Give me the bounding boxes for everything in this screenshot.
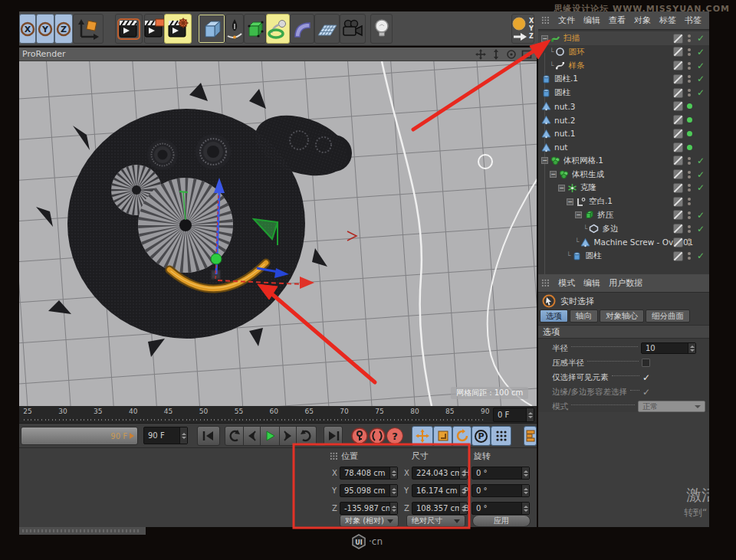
bend-deformer-button[interactable]	[290, 14, 314, 44]
enable-toggle[interactable]: ✓	[695, 169, 706, 180]
tree-item-nut.3[interactable]: nut.3	[538, 100, 709, 113]
pla-dots-button[interactable]	[491, 426, 511, 446]
expander-icon[interactable]: −	[550, 171, 557, 178]
viewport-maximize-icon[interactable]	[521, 49, 532, 60]
am-menu-编辑[interactable]: 编辑	[583, 277, 600, 289]
camera-object-button[interactable]	[340, 14, 366, 44]
z-axis-lock-button[interactable]: Z	[54, 14, 73, 44]
visibility-dots[interactable]	[686, 131, 692, 136]
cube-primitive-button[interactable]	[198, 14, 225, 44]
om-menu-文件[interactable]: 文件	[558, 15, 575, 26]
position-mode-dropdown[interactable]: 对象 (相对)	[340, 515, 399, 527]
visibility-dots[interactable]	[686, 48, 692, 56]
tree-item-体积网格.1[interactable]: −体积网格.1✓	[538, 154, 709, 168]
om-panel-grip[interactable]	[541, 16, 550, 25]
enable-toggle[interactable]: ✓	[695, 251, 706, 261]
om-menu-编辑[interactable]: 编辑	[583, 15, 600, 26]
visibility-dots[interactable]	[686, 184, 692, 192]
phong-tag-icon[interactable]	[673, 169, 683, 179]
enable-toggle[interactable]: ✓	[695, 182, 706, 193]
visibility-dots[interactable]	[686, 89, 692, 97]
lock-scale-button[interactable]	[433, 426, 452, 446]
goto-end-button[interactable]	[324, 426, 343, 446]
mode-dropdown[interactable]: 正常	[638, 401, 705, 412]
section-header-options[interactable]: 选项	[538, 325, 709, 339]
next-frame-button[interactable]	[280, 426, 297, 446]
prev-key-button[interactable]	[225, 426, 244, 446]
apply-button[interactable]: 应用	[472, 515, 531, 527]
om-menu-对象[interactable]: 对象	[634, 15, 651, 26]
enable-toggle[interactable]: ✓	[695, 210, 706, 221]
visibility-dots[interactable]	[686, 75, 692, 83]
phong-tag-icon[interactable]	[673, 142, 683, 152]
phong-tag-icon[interactable]	[673, 47, 683, 57]
render-settings-button[interactable]	[164, 14, 192, 44]
visibility-dots[interactable]	[686, 157, 692, 165]
end-frame-field[interactable]: 0 F	[493, 408, 534, 422]
enable-toggle[interactable]: ✓	[695, 47, 706, 57]
visibility-dots[interactable]	[686, 198, 692, 205]
tree-item-挤压[interactable]: −挤压✓	[538, 208, 709, 222]
tree-item-圆环[interactable]: └圆环✓	[538, 45, 709, 59]
expander-icon[interactable]: −	[541, 35, 548, 42]
phong-tag-icon[interactable]	[673, 74, 683, 84]
om-menu-书签[interactable]: 书签	[685, 15, 702, 26]
timeline-power-slider[interactable]: 90 F	[21, 427, 138, 445]
tree-item-nut[interactable]: nut	[538, 140, 709, 154]
field-stepper[interactable]	[521, 467, 529, 479]
visibility-dots[interactable]	[686, 171, 692, 178]
om-menu-标签[interactable]: 标签	[659, 15, 676, 26]
am-menu-模式[interactable]: 模式	[558, 277, 575, 289]
pen-spline-button[interactable]	[225, 14, 244, 44]
visibility-dots[interactable]	[686, 252, 692, 260]
tree-item-Machine Screw - Oval 01[interactable]: └Machine Screw - Oval 01	[538, 235, 709, 249]
checkbox-checked[interactable]: ✓	[642, 372, 650, 383]
render-picture-viewer-button[interactable]	[144, 14, 164, 44]
size-z-field[interactable]: 108.357 cm	[412, 502, 468, 515]
tab-选项[interactable]: 选项	[540, 309, 568, 323]
tree-item-圆柱[interactable]: 圆柱✓	[538, 86, 709, 100]
field-stepper[interactable]	[521, 485, 529, 496]
visibility-dots[interactable]	[686, 238, 692, 246]
enable-toggle[interactable]: ✓	[695, 61, 706, 71]
field-stepper[interactable]	[521, 503, 529, 514]
rotation-p-field[interactable]: 0 °	[472, 484, 530, 497]
lock-position-button[interactable]	[412, 426, 433, 446]
tree-item-空白.1[interactable]: −空白.1	[538, 195, 709, 208]
visibility-dots[interactable]	[686, 103, 692, 109]
size-x-field[interactable]: 224.043 cm	[412, 467, 468, 480]
play-button[interactable]	[261, 426, 280, 446]
tab-细分曲面[interactable]: 细分曲面	[646, 309, 690, 323]
enable-toggle[interactable]: ✓	[695, 87, 706, 98]
radius-stepper[interactable]	[688, 343, 695, 353]
field-stepper[interactable]	[389, 467, 397, 479]
tree-item-样条[interactable]: └样条✓	[538, 59, 709, 73]
floor-object-button[interactable]	[314, 14, 340, 44]
current-frame-field[interactable]: 90 F	[143, 427, 188, 444]
expander-icon[interactable]: −	[541, 157, 548, 164]
coordinate-system-button[interactable]	[73, 14, 104, 44]
field-stepper[interactable]	[389, 503, 397, 514]
end-frame-stepper[interactable]	[526, 408, 534, 421]
phong-tag-icon[interactable]	[673, 237, 683, 247]
position-y-field[interactable]: 95.098 cm	[340, 484, 398, 497]
visibility-dots[interactable]	[686, 211, 692, 219]
y-axis-lock-button[interactable]: Y	[36, 14, 54, 44]
generator-cube-button[interactable]	[244, 14, 266, 44]
phong-tag-icon[interactable]	[673, 61, 683, 70]
phong-tag-icon[interactable]	[673, 156, 683, 165]
goto-start-button[interactable]	[197, 426, 220, 446]
frame-stepper[interactable]	[179, 427, 187, 444]
visibility-dots[interactable]	[686, 62, 692, 70]
viewport-rotate-icon[interactable]	[506, 49, 517, 60]
lock-rotation-button[interactable]	[452, 426, 472, 446]
visibility-dots[interactable]	[686, 145, 692, 150]
tree-item-圆柱.1[interactable]: 圆柱.1✓	[538, 72, 709, 86]
expander-icon[interactable]: −	[558, 185, 565, 192]
visibility-dots[interactable]	[686, 34, 692, 42]
rotation-b-field[interactable]: 0 °	[472, 502, 530, 515]
lock-parameter-button[interactable]: P	[472, 426, 491, 446]
tree-item-nut.1[interactable]: nut.1	[538, 126, 709, 140]
enable-toggle[interactable]: ✓	[695, 224, 706, 234]
phong-tag-icon[interactable]	[673, 210, 683, 220]
